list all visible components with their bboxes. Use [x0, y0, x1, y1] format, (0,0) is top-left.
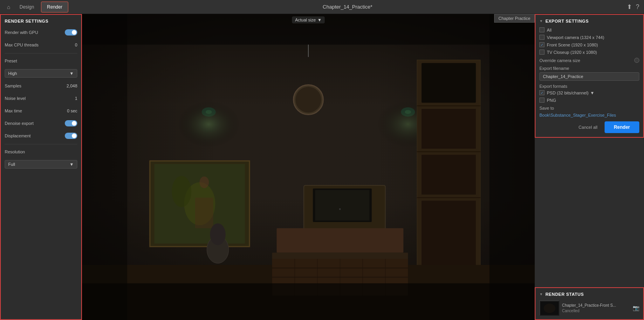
- preset-label: Preset: [5, 59, 17, 63]
- viewport-size-label[interactable]: Actual size: [295, 18, 316, 22]
- topbar: ⌂ Design Render Chapter_14_Practice* ⬆ ?: [0, 0, 644, 14]
- resolution-value: Full: [8, 162, 15, 167]
- render-button[interactable]: Render: [605, 121, 639, 133]
- max-cpu-row: Max CPU threads 0: [5, 41, 77, 49]
- render-thumb-svg: [540, 301, 559, 316]
- psd-label: PSD (32 bits/channel): [547, 91, 589, 95]
- export-filename-label: Export filename: [539, 66, 639, 71]
- render-settings-panel: RENDER SETTINGS Render with GPU Max CPU …: [0, 14, 82, 320]
- divider-1: [5, 53, 77, 53]
- scene-svg: ■: [82, 14, 535, 320]
- override-camera-row: Override camera size: [539, 58, 639, 63]
- checkbox-all[interactable]: [539, 27, 544, 32]
- document-title: Chapter_14_Practice*: [68, 4, 627, 10]
- checkbox-tv-label: TV Closeup (1920 x 1080): [547, 50, 597, 55]
- denoise-row: Denoise export: [5, 119, 77, 128]
- maxtime-value: 0 sec: [67, 108, 77, 113]
- export-collapse-icon[interactable]: ▼: [539, 19, 543, 23]
- preset-value: High: [8, 71, 17, 76]
- render-item-status: Cancelled: [562, 309, 630, 313]
- checkbox-front-row: Front Scene (1920 x 1080): [539, 42, 639, 47]
- displacement-knob: [72, 133, 76, 138]
- viewport-size-arrow: ▼: [317, 18, 322, 22]
- render-gpu-toggle[interactable]: [65, 29, 77, 36]
- checkbox-tv[interactable]: [539, 50, 544, 55]
- upload-icon[interactable]: ⬆: [627, 3, 632, 11]
- cancel-all-button[interactable]: Cancel all: [575, 123, 601, 132]
- checkbox-front[interactable]: [539, 42, 544, 47]
- render-status-info: Chapter_14_Practice-Front S... Cancelled: [562, 303, 630, 313]
- home-icon[interactable]: ⌂: [5, 3, 12, 11]
- denoise-toggle[interactable]: [65, 120, 77, 126]
- viewport-toolbar: Actual size ▼: [292, 16, 325, 23]
- render-thumbnail: [539, 300, 559, 315]
- samples-value: 2,048: [66, 84, 77, 88]
- topbar-actions: ⬆ ?: [627, 3, 639, 11]
- checkbox-all-label: All: [547, 28, 551, 32]
- max-cpu-label: Max CPU threads: [5, 43, 39, 47]
- png-label: PNG: [547, 98, 556, 103]
- psd-dropdown-arrow[interactable]: ▼: [590, 91, 594, 95]
- export-settings-header: ▼ EXPORT SETTINGS: [539, 19, 639, 23]
- render-status-title: RENDER STATUS: [545, 292, 584, 297]
- export-settings-title: EXPORT SETTINGS: [545, 19, 589, 23]
- save-path[interactable]: Book\Substance_Stager_Exercise_Files: [539, 113, 639, 117]
- render-gpu-knob: [72, 30, 76, 35]
- svg-rect-50: [82, 14, 535, 320]
- action-buttons: Cancel all Render: [539, 121, 639, 133]
- checkbox-all-row: All: [539, 27, 639, 32]
- topbar-left: ⌂ Design Render: [5, 2, 68, 12]
- resolution-dropdown[interactable]: Full ▼: [5, 160, 77, 169]
- checkbox-front-label: Front Scene (1920 x 1080): [547, 43, 598, 47]
- checkbox-tv-row: TV Closeup (1920 x 1080): [539, 50, 639, 55]
- psd-label-row: PSD (32 bits/channel) ▼: [547, 91, 594, 95]
- right-panel-spacer: [535, 138, 644, 284]
- export-settings-section: ▼ EXPORT SETTINGS All Viewport camera (1…: [535, 14, 644, 138]
- samples-row: Samples 2,048: [5, 82, 77, 90]
- render-status-collapse-icon[interactable]: ▼: [539, 292, 543, 296]
- psd-checkbox[interactable]: [539, 90, 544, 95]
- samples-label: Samples: [5, 84, 21, 88]
- preset-dropdown[interactable]: High ▼: [5, 69, 77, 78]
- render-status-item: Chapter_14_Practice-Front S... Cancelled…: [539, 300, 639, 315]
- save-to-label: Save to: [539, 106, 639, 110]
- resolution-arrow-icon: ▼: [69, 162, 74, 167]
- override-camera-label: Override camera size: [539, 58, 580, 63]
- chapter-practice-badge: Chapter Practice: [494, 14, 535, 23]
- resolution-label-row: Resolution: [5, 148, 77, 156]
- png-checkbox[interactable]: [539, 98, 544, 103]
- render-settings-title: RENDER SETTINGS: [5, 19, 77, 23]
- noise-row: Noise level 1: [5, 94, 77, 103]
- tab-render[interactable]: Render: [41, 2, 68, 12]
- preset-arrow-icon: ▼: [69, 71, 74, 76]
- override-camera-radio[interactable]: [634, 58, 639, 63]
- main-layout: RENDER SETTINGS Render with GPU Max CPU …: [0, 14, 644, 320]
- export-filename-input[interactable]: [539, 72, 639, 81]
- right-panel: ▼ EXPORT SETTINGS All Viewport camera (1…: [535, 14, 644, 320]
- checkbox-viewport[interactable]: [539, 35, 544, 40]
- svg-point-53: [544, 304, 555, 313]
- psd-format-row: PSD (32 bits/channel) ▼: [539, 90, 639, 95]
- render-status-section: ▼ RENDER STATUS Chapter_14_Practice-Fron…: [535, 287, 644, 320]
- max-cpu-value: 0: [75, 43, 77, 47]
- noise-value: 1: [75, 96, 77, 101]
- maxtime-row: Max time 0 sec: [5, 107, 77, 115]
- export-formats-label: Export formats: [539, 84, 639, 89]
- viewport: Actual size ▼: [82, 14, 535, 320]
- resolution-label: Resolution: [5, 149, 25, 154]
- checkbox-viewport-label: Viewport camera (1324 x 744): [547, 35, 604, 40]
- tab-design[interactable]: Design: [14, 2, 39, 12]
- render-gpu-label: Render with GPU: [5, 30, 38, 35]
- denoise-label: Denoise export: [5, 121, 34, 126]
- png-format-row: PNG: [539, 98, 639, 103]
- divider-2: [5, 144, 77, 144]
- noise-label: Noise level: [5, 96, 26, 101]
- displacement-toggle[interactable]: [65, 133, 77, 139]
- render-status-header: ▼ RENDER STATUS: [539, 292, 639, 297]
- camera-icon[interactable]: 📷: [633, 305, 639, 311]
- denoise-knob: [72, 121, 76, 126]
- checkbox-viewport-row: Viewport camera (1324 x 744): [539, 35, 639, 40]
- maxtime-label: Max time: [5, 108, 22, 113]
- help-icon[interactable]: ?: [636, 4, 639, 11]
- displacement-row: Displacement: [5, 132, 77, 140]
